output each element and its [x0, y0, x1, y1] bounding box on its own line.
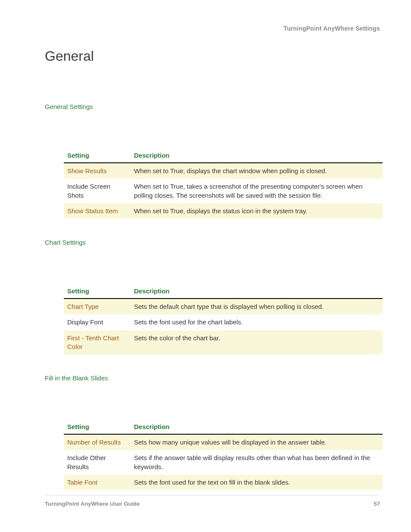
cell-description: Sets the color of the chart bar.: [131, 330, 383, 355]
cell-setting: Table Font: [64, 475, 131, 490]
cell-setting: Number of Results: [64, 434, 131, 450]
col-header-setting: Setting: [64, 420, 131, 434]
col-header-description: Description: [131, 420, 383, 434]
table-row: Show Status Item When set to True, displ…: [64, 203, 383, 219]
page: TurningPoint AnyWhere Settings General G…: [0, 0, 411, 532]
table-row: Display Font Sets the font used for the …: [64, 314, 383, 330]
cell-setting: First - Tenth Chart Color: [64, 330, 131, 355]
cell-setting: Show Status Item: [64, 203, 131, 219]
table-header-row: Setting Description: [64, 285, 383, 299]
footer-guide-name: TurningPoint AnyWhere User Guide: [45, 501, 140, 507]
cell-description: Sets the font used for the chart labels.: [131, 314, 383, 330]
cell-description: When set to True, displays the status ic…: [131, 203, 383, 219]
page-title: General: [45, 48, 380, 64]
table-row: Chart Type Sets the default chart type t…: [64, 299, 383, 314]
col-header-setting: Setting: [64, 285, 131, 299]
cell-setting: Display Font: [64, 314, 131, 330]
cell-description: When set to True, displays the chart win…: [131, 163, 383, 179]
col-header-description: Description: [131, 149, 383, 163]
table-row: Include Screen Shots When set to True, t…: [64, 179, 383, 203]
cell-description: Sets the font used for the text on fill …: [131, 475, 383, 490]
table-row: Show Results When set to True, displays …: [64, 163, 383, 179]
cell-setting: Chart Type: [64, 299, 131, 314]
section-heading-fill-blank-slides: Fill in the Blank Slides: [45, 374, 380, 382]
table-general-settings: Setting Description Show Results When se…: [64, 149, 383, 219]
footer: TurningPoint AnyWhere User Guide 57: [45, 495, 380, 507]
cell-description: Sets how many unique values will be disp…: [131, 434, 383, 450]
table-chart-settings: Setting Description Chart Type Sets the …: [64, 285, 383, 355]
breadcrumb: TurningPoint AnyWhere Settings: [45, 25, 380, 32]
col-header-setting: Setting: [64, 149, 131, 163]
cell-setting: Include Screen Shots: [64, 179, 131, 203]
table-header-row: Setting Description: [64, 149, 383, 163]
table-row: Table Font Sets the font used for the te…: [64, 475, 383, 490]
section-heading-chart-settings: Chart Settings: [45, 239, 380, 246]
table-fill-blank-slides: Setting Description Number of Results Se…: [64, 420, 383, 490]
cell-description: Sets the default chart type that is disp…: [131, 299, 383, 314]
cell-setting: Include Other Results: [64, 450, 131, 475]
cell-description: Sets if the answer table will display re…: [131, 450, 383, 475]
table-row: First - Tenth Chart Color Sets the color…: [64, 330, 383, 355]
table-header-row: Setting Description: [64, 420, 383, 434]
footer-page-number: 57: [374, 501, 380, 507]
table-row: Number of Results Sets how many unique v…: [64, 434, 383, 450]
section-heading-general-settings: General Settings: [45, 103, 380, 110]
cell-setting: Show Results: [64, 163, 131, 179]
col-header-description: Description: [131, 285, 383, 299]
table-row: Include Other Results Sets if the answer…: [64, 450, 383, 475]
cell-description: When set to True, takes a screenshot of …: [131, 179, 383, 203]
